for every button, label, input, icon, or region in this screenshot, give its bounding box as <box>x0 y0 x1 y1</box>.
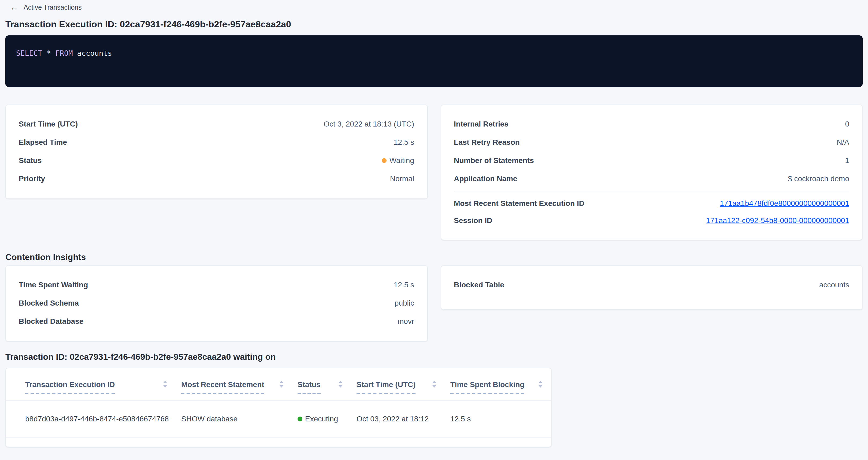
summary-row-blocked-table: Blocked Table accounts <box>454 276 849 294</box>
summary-row-time-spent-waiting: Time Spent Waiting 12.5 s <box>19 276 414 294</box>
row-label: Blocked Database <box>19 317 83 326</box>
back-link-active-transactions[interactable]: ← Active Transactions <box>10 3 82 11</box>
summary-row-session-id: Session ID 171aa122-c092-54b8-0000-00000… <box>454 212 849 229</box>
row-label: Blocked Schema <box>19 299 79 307</box>
sort-up-arrow-icon <box>338 381 343 384</box>
sort-down-arrow-icon <box>538 385 542 388</box>
row-label: Most Recent Statement Execution ID <box>454 199 584 208</box>
column-header-transaction-execution-id[interactable]: Transaction Execution ID <box>25 368 181 400</box>
sql-keyword-from: FROM <box>55 49 73 57</box>
sort-down-arrow-icon <box>338 385 343 388</box>
sql-table-name: accounts <box>77 49 112 57</box>
row-value: $ cockroach demo <box>788 174 849 183</box>
row-label: Internal Retries <box>454 120 508 128</box>
row-value: 12.5 s <box>394 138 414 146</box>
waiting-on-heading: Transaction ID: 02ca7931-f246-469b-b2fe-… <box>5 351 863 363</box>
session-id-link[interactable]: 171aa122-c092-54b8-0000-000000000001 <box>706 216 849 225</box>
row-value: 1 <box>845 156 849 164</box>
row-value: Normal <box>390 174 414 183</box>
row-value: public <box>395 299 414 307</box>
row-label: Last Retry Reason <box>454 138 520 146</box>
sort-down-arrow-icon <box>432 385 436 388</box>
status-text: Executing <box>305 415 338 423</box>
sort-icon[interactable] <box>163 381 167 388</box>
sort-icon[interactable] <box>432 381 436 388</box>
cell-time-spent-blocking: 12.5 s <box>451 415 546 423</box>
sql-statement-box: SELECT * FROM accounts <box>5 35 863 87</box>
cell-start-time: Oct 03, 2022 at 18:12 <box>356 415 451 423</box>
sort-icon[interactable] <box>538 381 542 388</box>
column-header-label: Start Time (UTC) <box>356 380 415 394</box>
executing-status-dot <box>298 416 302 421</box>
sort-icon[interactable] <box>279 381 284 388</box>
row-value: Oct 3, 2022 at 18:13 (UTC) <box>323 120 414 128</box>
status-text: Waiting <box>390 156 414 164</box>
waiting-on-table: Transaction Execution ID Most Recent Sta… <box>5 368 552 447</box>
summary-row-status: Status Waiting <box>19 151 414 170</box>
row-label: Status <box>19 156 42 164</box>
contention-cards-row: Time Spent Waiting 12.5 s Blocked Schema… <box>5 266 863 341</box>
row-value: 0 <box>845 120 849 128</box>
sort-down-arrow-icon <box>163 385 167 388</box>
summary-row-priority: Priority Normal <box>19 170 414 188</box>
sort-icon[interactable] <box>338 381 343 388</box>
row-label: Start Time (UTC) <box>19 120 78 128</box>
column-header-most-recent-statement[interactable]: Most Recent Statement <box>181 368 298 400</box>
row-label: Time Spent Waiting <box>19 280 88 289</box>
column-header-label: Transaction Execution ID <box>25 380 115 394</box>
row-value: N/A <box>837 138 849 146</box>
summary-row-last-retry-reason: Last Retry Reason N/A <box>454 133 849 151</box>
summary-row-elapsed-time: Elapsed Time 12.5 s <box>19 133 414 151</box>
row-label: Priority <box>19 174 45 183</box>
summary-row-internal-retries: Internal Retries 0 <box>454 115 849 133</box>
column-header-time-spent-blocking[interactable]: Time Spent Blocking <box>451 368 546 400</box>
table-header-row: Transaction Execution ID Most Recent Sta… <box>6 368 551 400</box>
row-value: accounts <box>819 280 849 289</box>
summary-row-blocked-database: Blocked Database movr <box>19 312 414 330</box>
sort-down-arrow-icon <box>279 385 284 388</box>
summary-row-blocked-schema: Blocked Schema public <box>19 294 414 312</box>
overview-right-card: Internal Retries 0 Last Retry Reason N/A… <box>440 104 863 240</box>
summary-row-start-time: Start Time (UTC) Oct 3, 2022 at 18:13 (U… <box>19 115 414 133</box>
column-header-label: Status <box>298 380 320 394</box>
contention-left-card: Time Spent Waiting 12.5 s Blocked Schema… <box>5 266 428 341</box>
overview-left-card: Start Time (UTC) Oct 3, 2022 at 18:13 (U… <box>5 104 428 199</box>
waiting-status-dot <box>382 158 387 163</box>
contention-insights-heading: Contention Insights <box>5 251 863 263</box>
overview-cards-row: Start Time (UTC) Oct 3, 2022 at 18:13 (U… <box>5 104 863 240</box>
back-link-label: Active Transactions <box>24 3 82 11</box>
sql-star-operator: * <box>46 49 51 57</box>
card-divider <box>454 191 849 191</box>
row-label: Application Name <box>454 174 517 183</box>
sort-up-arrow-icon <box>279 381 284 384</box>
column-header-label: Time Spent Blocking <box>451 380 524 394</box>
cell-transaction-execution-id: b8d7d03a-d497-446b-8474-e50846674768 <box>25 415 181 423</box>
column-header-status[interactable]: Status <box>298 368 356 400</box>
row-value: 12.5 s <box>394 280 414 289</box>
cell-status: Executing <box>298 415 356 423</box>
sort-up-arrow-icon <box>163 381 167 384</box>
summary-row-number-of-statements: Number of Statements 1 <box>454 151 849 170</box>
transaction-details-page: ← Active Transactions Transaction Execut… <box>0 0 868 460</box>
column-header-start-time[interactable]: Start Time (UTC) <box>356 368 451 400</box>
row-label: Elapsed Time <box>19 138 67 146</box>
arrow-left-icon: ← <box>10 3 18 11</box>
sort-up-arrow-icon <box>432 381 436 384</box>
row-label: Blocked Table <box>454 280 504 289</box>
row-label: Number of Statements <box>454 156 534 164</box>
cell-most-recent-statement: SHOW database <box>181 415 298 423</box>
page-title: Transaction Execution ID: 02ca7931-f246-… <box>5 18 863 31</box>
summary-row-statement-execution-id: Most Recent Statement Execution ID 171aa… <box>454 195 849 212</box>
row-value: Waiting <box>382 156 414 164</box>
statement-execution-id-link[interactable]: 171aa1b478fdf0e80000000000000001 <box>720 199 849 208</box>
sql-keyword-select: SELECT <box>16 49 42 57</box>
row-label: Session ID <box>454 216 492 225</box>
column-header-label: Most Recent Statement <box>181 380 264 394</box>
table-row: b8d7d03a-d497-446b-8474-e50846674768 SHO… <box>6 400 551 437</box>
sql-statement-text: SELECT * FROM accounts <box>16 49 112 57</box>
contention-right-card: Blocked Table accounts <box>440 266 863 310</box>
sort-up-arrow-icon <box>538 381 542 384</box>
row-value: movr <box>398 317 414 326</box>
summary-row-application-name: Application Name $ cockroach demo <box>454 170 849 188</box>
